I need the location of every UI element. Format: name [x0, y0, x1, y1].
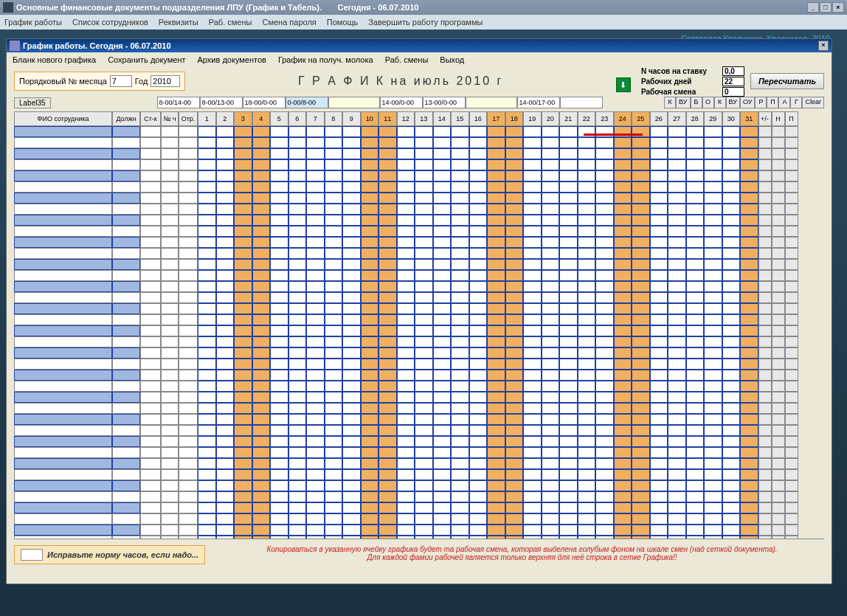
shift-cell[interactable]: 0-00/8-00	[286, 97, 328, 108]
day-cell[interactable]	[325, 458, 343, 480]
day-cell[interactable]	[542, 525, 560, 539]
day-cell[interactable]	[595, 525, 614, 539]
day-cell[interactable]	[578, 170, 596, 193]
day-cell[interactable]	[234, 436, 252, 458]
name-cell[interactable]	[14, 325, 112, 347]
day-cell[interactable]	[632, 281, 650, 303]
day-cell[interactable]	[686, 126, 705, 148]
name-cell[interactable]	[14, 502, 112, 525]
day-cell[interactable]	[288, 370, 307, 392]
day-cell[interactable]	[216, 325, 235, 347]
day-cell[interactable]	[542, 193, 560, 215]
day-cell[interactable]	[234, 148, 252, 170]
info-cell[interactable]	[179, 126, 198, 148]
info-cell[interactable]	[140, 370, 161, 392]
day-cell[interactable]	[686, 325, 705, 347]
day-cell[interactable]	[523, 414, 542, 436]
day-cell[interactable]	[559, 170, 578, 193]
day-cell[interactable]	[469, 502, 488, 525]
day-cell[interactable]	[361, 414, 379, 436]
code-button[interactable]: ВУ	[726, 97, 740, 108]
day-cell[interactable]	[288, 281, 307, 303]
day-cell[interactable]	[650, 303, 668, 325]
day-cell[interactable]	[578, 325, 596, 347]
day-cell[interactable]	[451, 148, 469, 170]
day-cell[interactable]	[433, 170, 452, 193]
day-cell[interactable]	[216, 148, 235, 170]
day-cell[interactable]	[216, 237, 235, 259]
info-cell[interactable]	[112, 480, 140, 502]
day-cell[interactable]	[270, 502, 288, 525]
day-cell[interactable]	[632, 193, 650, 215]
day-cell[interactable]	[325, 237, 343, 259]
day-cell[interactable]	[361, 325, 379, 347]
day-cell[interactable]	[523, 370, 542, 392]
day-cell[interactable]	[578, 458, 596, 480]
info-cell[interactable]	[140, 502, 161, 525]
day-cell[interactable]	[686, 370, 705, 392]
day-cell[interactable]	[595, 347, 614, 370]
day-cell[interactable]	[270, 370, 288, 392]
info-cell[interactable]	[179, 148, 198, 170]
day-cell[interactable]	[252, 325, 271, 347]
code-button[interactable]: Clear	[802, 97, 824, 108]
day-cell[interactable]	[722, 148, 741, 170]
day-cell[interactable]	[632, 525, 650, 539]
day-cell[interactable]	[632, 370, 650, 392]
day-cell[interactable]	[740, 502, 758, 525]
day-cell[interactable]	[740, 259, 758, 281]
info-cell[interactable]	[112, 436, 140, 458]
info-cell[interactable]	[112, 126, 140, 148]
day-cell[interactable]	[415, 259, 433, 281]
day-cell[interactable]	[325, 170, 343, 193]
day-cell[interactable]	[469, 126, 488, 148]
day-cell[interactable]	[378, 458, 397, 480]
day-cell[interactable]	[740, 170, 758, 193]
shift-cell[interactable]	[560, 97, 603, 108]
day-cell[interactable]	[415, 458, 433, 480]
day-cell[interactable]	[397, 281, 415, 303]
day-cell[interactable]	[451, 126, 469, 148]
day-cell[interactable]	[542, 303, 560, 325]
day-cell[interactable]	[216, 303, 235, 325]
day-cell[interactable]	[361, 392, 379, 414]
day-cell[interactable]	[397, 392, 415, 414]
day-cell[interactable]	[252, 370, 271, 392]
inner-menu-item[interactable]: Бланк нового графика	[13, 55, 96, 64]
info-cell[interactable]	[161, 281, 179, 303]
day-cell[interactable]	[487, 525, 505, 539]
hours-input[interactable]	[722, 66, 744, 76]
day-cell[interactable]	[740, 370, 758, 392]
day-cell[interactable]	[632, 347, 650, 370]
day-cell[interactable]	[686, 502, 705, 525]
day-cell[interactable]	[740, 436, 758, 458]
day-cell[interactable]	[614, 502, 632, 525]
day-cell[interactable]	[361, 480, 379, 502]
day-cell[interactable]	[559, 303, 578, 325]
day-cell[interactable]	[704, 126, 722, 148]
day-cell[interactable]	[722, 502, 741, 525]
day-cell[interactable]	[270, 193, 288, 215]
name-cell[interactable]	[14, 392, 112, 414]
day-cell[interactable]	[306, 436, 325, 458]
day-cell[interactable]	[686, 480, 705, 502]
day-cell[interactable]	[505, 480, 524, 502]
day-cell[interactable]	[325, 414, 343, 436]
name-cell[interactable]	[14, 525, 112, 539]
day-cell[interactable]	[650, 502, 668, 525]
day-cell[interactable]	[650, 347, 668, 370]
day-cell[interactable]	[469, 281, 488, 303]
day-cell[interactable]	[342, 281, 361, 303]
day-cell[interactable]	[252, 347, 271, 370]
day-cell[interactable]	[578, 237, 596, 259]
info-cell[interactable]	[112, 502, 140, 525]
day-cell[interactable]	[704, 215, 722, 237]
day-cell[interactable]	[342, 126, 361, 148]
info-cell[interactable]	[161, 502, 179, 525]
inner-menu-item[interactable]: Выход	[440, 55, 464, 64]
day-cell[interactable]	[614, 170, 632, 193]
name-cell[interactable]	[14, 215, 112, 237]
day-cell[interactable]	[325, 259, 343, 281]
day-cell[interactable]	[288, 480, 307, 502]
day-cell[interactable]	[650, 259, 668, 281]
